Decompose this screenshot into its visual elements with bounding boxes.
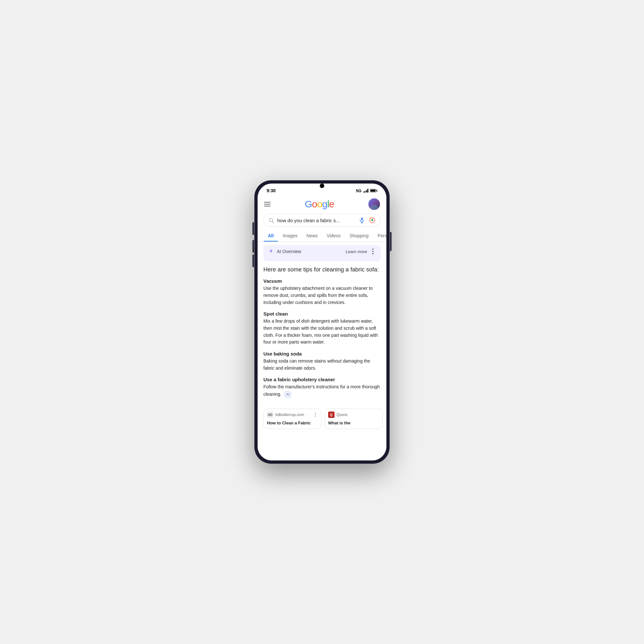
tip-baking-soda-desc: Baking soda can remove stains without da… <box>263 358 381 372</box>
source-favicon-1: HD <box>267 412 273 418</box>
tip-baking-soda: Use baking soda Baking soda can remove s… <box>263 351 381 372</box>
tip-spot-clean-desc: Mix a few drops of dish detergent with l… <box>263 318 381 346</box>
tips-heading: Here are some tips for cleaning a fabric… <box>263 266 381 274</box>
source-domain-1: hdbuttercup.com <box>275 412 311 417</box>
search-query: how do you clean a fabric s... <box>277 218 355 223</box>
tip-vacuum-title: Vacuum <box>263 278 381 284</box>
source-card-header-2: Q Quora <box>325 409 382 421</box>
status-time: 9:30 <box>267 188 276 193</box>
tip-fabric-cleaner-desc: Follow the manufacturer's instructions f… <box>263 384 381 398</box>
tab-images[interactable]: Images <box>278 230 302 241</box>
tab-shopping[interactable]: Shopping <box>345 230 373 241</box>
phone-frame: 9:30 5G <box>254 180 390 464</box>
hamburger-menu-icon[interactable] <box>264 202 270 206</box>
tip-baking-soda-title: Use baking soda <box>263 351 381 356</box>
mic-icon[interactable] <box>358 217 365 224</box>
learn-more-link[interactable]: Learn more <box>346 249 367 254</box>
svg-point-6 <box>371 219 373 221</box>
content-area: Here are some tips for cleaning a fabric… <box>258 264 386 405</box>
tip-spot-clean-title: Spot clean <box>263 311 381 317</box>
source-favicon-quora: Q <box>328 412 335 418</box>
source-card-title-quora: What is the <box>325 421 382 429</box>
ai-spark-icon <box>268 248 274 255</box>
battery-icon <box>370 189 377 192</box>
svg-rect-2 <box>361 218 363 221</box>
search-bar[interactable]: how do you clean a fabric s... <box>263 214 381 227</box>
source-cards: HD hdbuttercup.com How to Clean a Fabric… <box>258 405 386 432</box>
ai-overview-title: AI Overview <box>268 248 301 255</box>
collapse-button[interactable] <box>284 391 292 398</box>
source-domain-quora: Quora <box>336 412 379 417</box>
camera-notch <box>320 184 324 188</box>
ai-overview-section: AI Overview Learn more <box>263 245 381 261</box>
tab-news[interactable]: News <box>302 230 322 241</box>
status-icons: 5G <box>356 188 377 193</box>
search-icon <box>268 217 274 223</box>
ai-overview-menu-icon[interactable] <box>370 248 376 255</box>
svg-line-1 <box>272 221 273 223</box>
google-lens-icon[interactable] <box>369 217 376 224</box>
tip-spot-clean: Spot clean Mix a few drops of dish deter… <box>263 311 381 346</box>
tab-all[interactable]: All <box>263 230 278 241</box>
avatar[interactable] <box>368 198 380 210</box>
ai-overview-header: AI Overview Learn more <box>268 248 376 255</box>
filter-tabs: All Images News Videos Shopping Pers… <box>258 230 386 242</box>
ai-overview-actions: Learn more <box>346 248 376 255</box>
source-card-header-1: HD hdbuttercup.com <box>264 409 321 421</box>
tip-vacuum: Vacuum Use the upholstery attachment on … <box>263 278 381 306</box>
phone-screen: 9:30 5G <box>258 184 386 460</box>
tab-personal[interactable]: Pers… <box>373 230 386 241</box>
tip-fabric-cleaner-title: Use a fabric upholstery cleaner <box>263 377 381 382</box>
tip-vacuum-desc: Use the upholstery attachment on a vacuu… <box>263 285 381 306</box>
google-logo: Google <box>305 199 334 210</box>
source-card-quora[interactable]: Q Quora What is the <box>325 409 383 429</box>
ai-overview-label: AI Overview <box>277 249 301 254</box>
tab-videos[interactable]: Videos <box>322 230 345 241</box>
source-menu-1[interactable] <box>313 412 318 417</box>
network-label: 5G <box>356 188 361 193</box>
google-header: Google <box>258 196 386 213</box>
tip-fabric-cleaner: Use a fabric upholstery cleaner Follow t… <box>263 377 381 398</box>
signal-bars-icon <box>363 189 369 193</box>
screen-content[interactable]: Google how do you clean a fabric s... <box>258 196 386 460</box>
source-card-title-1: How to Clean a Fabric <box>264 421 321 429</box>
source-card-hdbuttercup[interactable]: HD hdbuttercup.com How to Clean a Fabric <box>263 409 321 429</box>
